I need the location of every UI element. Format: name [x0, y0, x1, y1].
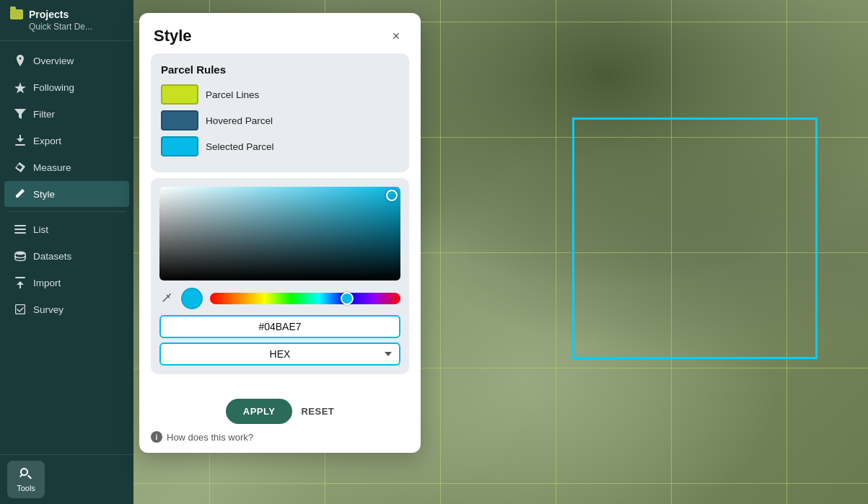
folder-icon	[10, 9, 23, 19]
color-gradient-canvas[interactable]	[159, 187, 400, 280]
hue-slider-thumb[interactable]	[341, 292, 354, 305]
project-row[interactable]: Projects	[10, 9, 123, 20]
filter-icon	[14, 108, 26, 120]
tools-button[interactable]: Tools	[7, 461, 45, 498]
sidebar-tools: Tools	[0, 454, 133, 504]
pen-icon	[14, 188, 26, 200]
datasets-label: Datasets	[33, 251, 71, 262]
survey-label: Survey	[33, 304, 63, 315]
project-title: Projects	[29, 9, 69, 20]
color-controls-row	[159, 288, 400, 309]
nav-divider	[7, 211, 126, 212]
svg-rect-0	[15, 144, 25, 146]
color-preview	[181, 288, 203, 309]
selected-parcel-swatch[interactable]	[161, 136, 198, 156]
sidebar-item-style[interactable]: Style	[4, 181, 129, 207]
star-icon	[14, 81, 26, 93]
overview-label: Overview	[33, 56, 74, 66]
rule-row-parcel-lines: Parcel Lines	[161, 84, 399, 105]
info-icon: i	[151, 431, 162, 443]
project-subtitle: Quick Start De...	[10, 22, 123, 32]
sidebar-item-datasets[interactable]: Datasets	[4, 243, 129, 269]
rule-row-hovered-parcel: Hovered Parcel	[161, 110, 399, 131]
upload-icon	[14, 277, 26, 288]
svg-rect-5	[15, 277, 25, 278]
modal-body: Parcel Rules Parcel Lines Hovered Parcel…	[139, 53, 421, 392]
svg-rect-3	[14, 232, 26, 234]
close-button[interactable]: ×	[386, 26, 406, 46]
how-link-label: How does this work?	[167, 432, 253, 443]
rule-row-selected-parcel: Selected Parcel	[161, 136, 399, 156]
format-select[interactable]: HEX RGB HSL	[159, 342, 400, 366]
style-label: Style	[33, 189, 55, 200]
list-label: List	[33, 224, 48, 235]
following-label: Following	[33, 82, 74, 93]
color-picker-handle[interactable]	[386, 190, 398, 201]
database-icon	[14, 250, 26, 262]
hue-slider[interactable]	[210, 293, 400, 304]
modal-header: Style ×	[139, 13, 421, 53]
filter-label: Filter	[33, 109, 55, 120]
download-icon	[14, 135, 26, 146]
parcel-rules-section: Parcel Rules Parcel Lines Hovered Parcel…	[151, 53, 409, 172]
sidebar-item-filter[interactable]: Filter	[4, 101, 129, 127]
hovered-parcel-label: Hovered Parcel	[206, 115, 273, 126]
hex-input[interactable]	[159, 315, 400, 338]
selected-parcel-label: Selected Parcel	[206, 141, 274, 152]
apply-button[interactable]: APPLY	[226, 399, 293, 424]
measure-label: Measure	[33, 162, 71, 173]
parcel-lines-label: Parcel Lines	[206, 89, 259, 100]
color-picker-section: HEX RGB HSL	[151, 178, 409, 374]
ruler-icon	[14, 162, 26, 173]
sidebar-item-measure[interactable]: Measure	[4, 154, 129, 180]
location-pin-icon	[14, 55, 26, 66]
tools-label: Tools	[17, 484, 35, 492]
eyedropper-button[interactable]	[159, 291, 174, 306]
action-row: APPLY RESET	[139, 392, 421, 431]
sidebar-item-following[interactable]: Following	[4, 74, 129, 100]
sidebar-item-import[interactable]: Import	[4, 270, 129, 296]
parcel-rules-title: Parcel Rules	[161, 63, 399, 76]
sidebar-item-list[interactable]: List	[4, 216, 129, 242]
checkbox-icon	[14, 304, 26, 315]
modal-title: Style	[154, 27, 192, 45]
hovered-parcel-swatch[interactable]	[161, 110, 198, 131]
svg-rect-2	[14, 229, 26, 230]
sidebar-item-survey[interactable]: Survey	[4, 296, 129, 322]
export-label: Export	[33, 136, 61, 146]
how-link[interactable]: i How does this work?	[139, 431, 421, 453]
svg-point-4	[15, 252, 25, 255]
svg-rect-1	[14, 225, 26, 226]
parcel-lines-swatch[interactable]	[161, 84, 198, 105]
reset-button[interactable]: RESET	[301, 406, 334, 417]
sidebar-nav: Overview Following Filter	[0, 41, 133, 454]
import-label: Import	[33, 278, 61, 288]
sidebar-header: Projects Quick Start De...	[0, 0, 133, 41]
tools-icon	[19, 467, 33, 481]
sidebar-item-export[interactable]: Export	[4, 128, 129, 154]
list-icon	[14, 224, 26, 235]
sidebar-item-overview[interactable]: Overview	[4, 48, 129, 74]
style-modal: Style × Parcel Rules Parcel Lines Hovere…	[139, 13, 421, 453]
sidebar: Projects Quick Start De... Overview Foll…	[0, 0, 133, 504]
